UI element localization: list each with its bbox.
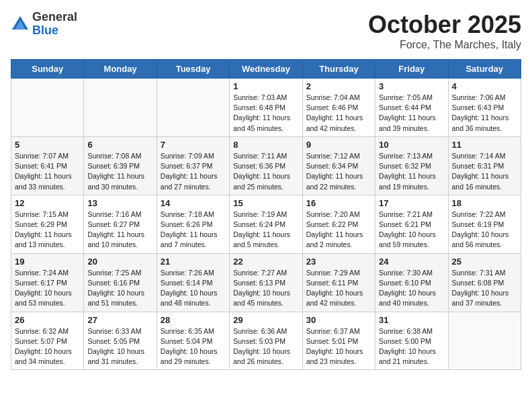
day-number: 24 (379, 257, 444, 267)
calendar-cell: 15Sunrise: 7:19 AMSunset: 6:24 PMDayligh… (230, 195, 302, 253)
day-info: Sunrise: 7:15 AMSunset: 6:29 PMDaylight:… (15, 210, 80, 250)
col-header-thursday: Thursday (302, 60, 375, 79)
calendar-cell: 14Sunrise: 7:18 AMSunset: 6:26 PMDayligh… (157, 195, 229, 253)
calendar-header-row: SundayMondayTuesdayWednesdayThursdayFrid… (11, 60, 521, 79)
calendar-cell: 28Sunrise: 6:35 AMSunset: 5:04 PMDayligh… (157, 312, 229, 370)
calendar-week-row: 5Sunrise: 7:07 AMSunset: 6:41 PMDaylight… (11, 136, 521, 195)
day-info: Sunrise: 7:16 AMSunset: 6:27 PMDaylight:… (87, 210, 152, 250)
day-info: Sunrise: 7:26 AMSunset: 6:14 PMDaylight:… (161, 268, 226, 309)
calendar-cell: 2Sunrise: 7:04 AMSunset: 6:46 PMDaylight… (302, 79, 375, 137)
calendar-cell: 3Sunrise: 7:05 AMSunset: 6:44 PMDaylight… (375, 79, 448, 137)
calendar-cell: 10Sunrise: 7:13 AMSunset: 6:32 PMDayligh… (375, 136, 448, 195)
day-number: 26 (15, 315, 80, 325)
day-number: 29 (233, 315, 298, 325)
day-info: Sunrise: 7:31 AMSunset: 6:08 PMDaylight:… (452, 268, 517, 309)
day-info: Sunrise: 7:04 AMSunset: 6:46 PMDaylight:… (306, 93, 371, 134)
day-number: 4 (452, 81, 517, 91)
day-info: Sunrise: 6:36 AMSunset: 5:03 PMDaylight:… (233, 326, 298, 367)
day-info: Sunrise: 7:05 AMSunset: 6:44 PMDaylight:… (379, 93, 444, 134)
day-info: Sunrise: 7:24 AMSunset: 6:17 PMDaylight:… (15, 268, 80, 309)
calendar-cell: 23Sunrise: 7:29 AMSunset: 6:11 PMDayligh… (302, 253, 375, 312)
day-number: 12 (15, 198, 80, 208)
day-info: Sunrise: 7:30 AMSunset: 6:10 PMDaylight:… (379, 268, 444, 309)
day-info: Sunrise: 7:22 AMSunset: 6:19 PMDaylight:… (452, 210, 517, 250)
day-info: Sunrise: 7:03 AMSunset: 6:48 PMDaylight:… (233, 93, 298, 134)
logo-blue-text: Blue (32, 24, 77, 38)
day-info: Sunrise: 6:38 AMSunset: 5:00 PMDaylight:… (379, 326, 444, 367)
calendar-cell: 7Sunrise: 7:09 AMSunset: 6:37 PMDaylight… (157, 136, 229, 195)
day-info: Sunrise: 7:09 AMSunset: 6:37 PMDaylight:… (161, 151, 226, 192)
day-number: 23 (306, 257, 371, 267)
day-number: 1 (233, 81, 298, 91)
calendar-cell: 4Sunrise: 7:06 AMSunset: 6:43 PMDaylight… (448, 79, 521, 137)
day-number: 6 (87, 140, 152, 150)
day-info: Sunrise: 7:08 AMSunset: 6:39 PMDaylight:… (87, 151, 152, 192)
day-info: Sunrise: 6:32 AMSunset: 5:07 PMDaylight:… (15, 326, 80, 367)
calendar-cell: 11Sunrise: 7:14 AMSunset: 6:31 PMDayligh… (448, 136, 521, 195)
calendar-cell: 9Sunrise: 7:12 AMSunset: 6:34 PMDaylight… (302, 136, 375, 195)
day-info: Sunrise: 6:37 AMSunset: 5:01 PMDaylight:… (306, 326, 371, 367)
day-number: 30 (306, 315, 371, 325)
day-number: 22 (233, 257, 298, 267)
day-number: 25 (452, 257, 517, 267)
calendar-week-row: 26Sunrise: 6:32 AMSunset: 5:07 PMDayligh… (11, 312, 521, 370)
day-info: Sunrise: 7:20 AMSunset: 6:22 PMDaylight:… (306, 210, 371, 250)
calendar-cell: 30Sunrise: 6:37 AMSunset: 5:01 PMDayligh… (302, 312, 375, 370)
calendar-week-row: 12Sunrise: 7:15 AMSunset: 6:29 PMDayligh… (11, 195, 521, 253)
day-info: Sunrise: 6:33 AMSunset: 5:05 PMDaylight:… (87, 326, 152, 367)
day-info: Sunrise: 7:21 AMSunset: 6:21 PMDaylight:… (379, 210, 444, 250)
month-title: October 2025 (368, 11, 521, 39)
day-number: 9 (306, 140, 371, 150)
logo-icon (11, 15, 30, 34)
day-info: Sunrise: 7:13 AMSunset: 6:32 PMDaylight:… (379, 151, 444, 192)
calendar-table: SundayMondayTuesdayWednesdayThursdayFrid… (11, 59, 521, 370)
col-header-sunday: Sunday (11, 60, 84, 79)
day-info: Sunrise: 7:12 AMSunset: 6:34 PMDaylight:… (306, 151, 371, 192)
day-info: Sunrise: 7:29 AMSunset: 6:11 PMDaylight:… (306, 268, 371, 309)
col-header-wednesday: Wednesday (230, 60, 302, 79)
day-number: 19 (15, 257, 80, 267)
day-info: Sunrise: 7:14 AMSunset: 6:31 PMDaylight:… (452, 151, 517, 192)
calendar-week-row: 19Sunrise: 7:24 AMSunset: 6:17 PMDayligh… (11, 253, 521, 312)
calendar-cell: 31Sunrise: 6:38 AMSunset: 5:00 PMDayligh… (375, 312, 448, 370)
col-header-saturday: Saturday (448, 60, 521, 79)
location-title: Force, The Marches, Italy (368, 39, 521, 51)
day-info: Sunrise: 7:06 AMSunset: 6:43 PMDaylight:… (452, 93, 517, 134)
title-block: October 2025 Force, The Marches, Italy (368, 11, 521, 51)
calendar-cell: 29Sunrise: 6:36 AMSunset: 5:03 PMDayligh… (230, 312, 302, 370)
logo-text: General Blue (32, 11, 77, 38)
day-info: Sunrise: 7:27 AMSunset: 6:13 PMDaylight:… (233, 268, 298, 309)
calendar-cell (157, 79, 229, 137)
calendar-cell: 16Sunrise: 7:20 AMSunset: 6:22 PMDayligh… (302, 195, 375, 253)
col-header-monday: Monday (84, 60, 157, 79)
calendar-cell (448, 312, 521, 370)
calendar-cell: 8Sunrise: 7:11 AMSunset: 6:36 PMDaylight… (230, 136, 302, 195)
col-header-tuesday: Tuesday (157, 60, 229, 79)
day-number: 16 (306, 198, 371, 208)
day-number: 3 (379, 81, 444, 91)
calendar-cell: 13Sunrise: 7:16 AMSunset: 6:27 PMDayligh… (84, 195, 157, 253)
day-info: Sunrise: 7:11 AMSunset: 6:36 PMDaylight:… (233, 151, 298, 192)
calendar-cell: 24Sunrise: 7:30 AMSunset: 6:10 PMDayligh… (375, 253, 448, 312)
day-info: Sunrise: 7:18 AMSunset: 6:26 PMDaylight:… (161, 210, 226, 250)
page-header: General Blue October 2025 Force, The Mar… (11, 11, 521, 51)
day-number: 17 (379, 198, 444, 208)
day-info: Sunrise: 7:07 AMSunset: 6:41 PMDaylight:… (15, 151, 80, 192)
day-number: 14 (161, 198, 226, 208)
day-number: 10 (379, 140, 444, 150)
day-number: 27 (87, 315, 152, 325)
calendar-cell: 5Sunrise: 7:07 AMSunset: 6:41 PMDaylight… (11, 136, 84, 195)
day-number: 28 (161, 315, 226, 325)
calendar-cell: 1Sunrise: 7:03 AMSunset: 6:48 PMDaylight… (230, 79, 302, 137)
calendar-cell (11, 79, 84, 137)
day-number: 5 (15, 140, 80, 150)
col-header-friday: Friday (375, 60, 448, 79)
logo: General Blue (11, 11, 77, 38)
day-number: 11 (452, 140, 517, 150)
day-number: 15 (233, 198, 298, 208)
day-number: 31 (379, 315, 444, 325)
calendar-cell (84, 79, 157, 137)
day-number: 13 (87, 198, 152, 208)
calendar-cell: 18Sunrise: 7:22 AMSunset: 6:19 PMDayligh… (448, 195, 521, 253)
day-number: 20 (87, 257, 152, 267)
